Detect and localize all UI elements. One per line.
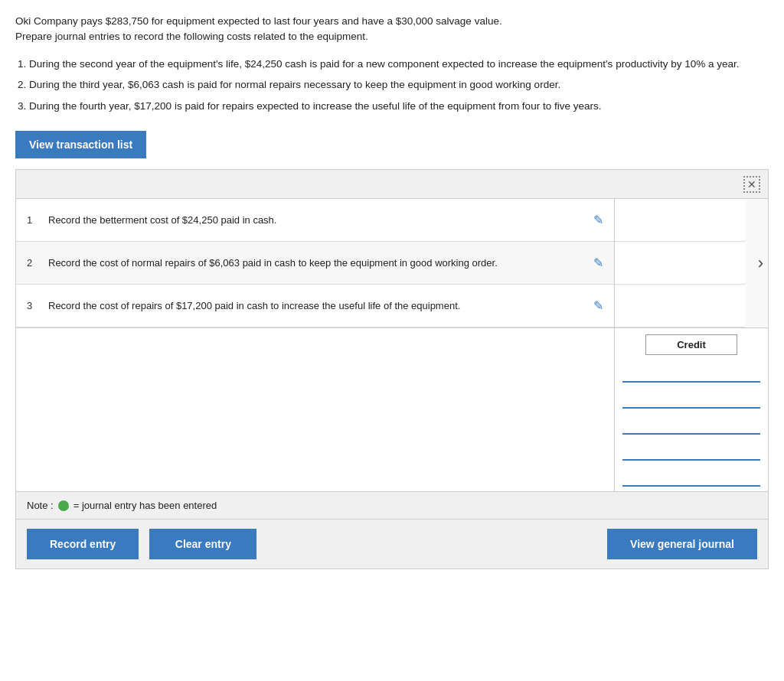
journal-right-panel: › <box>615 199 768 327</box>
row-number-3: 3 <box>27 300 41 311</box>
note-bar: Note : = journal entry has been entered <box>16 491 768 519</box>
row-number-2: 2 <box>27 257 41 269</box>
green-dot-icon <box>58 500 69 511</box>
credit-rows <box>615 361 768 487</box>
problem-item-2: During the third year, $6,063 cash is pa… <box>29 77 769 93</box>
view-general-journal-button[interactable]: View general journal <box>607 529 757 559</box>
right-cell-2 <box>615 242 745 285</box>
clear-entry-button[interactable]: Clear entry <box>149 529 256 559</box>
intro-line2: Prepare journal entries to record the fo… <box>15 31 368 42</box>
right-cell-3 <box>615 285 745 327</box>
edit-icon-3[interactable]: ✎ <box>593 298 603 313</box>
right-cells <box>615 199 768 327</box>
credit-row-1 <box>622 361 760 383</box>
chevron-right-icon: › <box>758 253 763 272</box>
credit-row-5 <box>622 465 760 487</box>
journal-top-bar: ✕ <box>16 170 768 199</box>
note-text: = journal entry has been entered <box>74 500 217 511</box>
transaction-text-3: Record the cost of repairs of $17,200 pa… <box>48 298 584 314</box>
table-row: 3 Record the cost of repairs of $17,200 … <box>16 285 614 327</box>
record-entry-button[interactable]: Record entry <box>27 529 139 559</box>
credit-row-2 <box>622 387 760 409</box>
table-row: 1 Record the betterment cost of $24,250 … <box>16 199 614 242</box>
problem-item-3: During the fourth year, $17,200 is paid … <box>29 98 769 115</box>
intro-line1: Oki Company pays $283,750 for equipment … <box>15 15 502 27</box>
transaction-text-2: Record the cost of normal repairs of $6,… <box>48 256 584 271</box>
right-cell-1 <box>615 199 745 242</box>
edit-icon-2[interactable]: ✎ <box>593 256 603 270</box>
journal-container: ✕ 1 Record the betterment cost of $24,25… <box>15 169 769 569</box>
row-number-1: 1 <box>27 214 41 226</box>
chevron-right-button[interactable]: › <box>753 250 768 276</box>
footer-buttons: Record entry Clear entry View general jo… <box>16 519 768 569</box>
view-transaction-button[interactable]: View transaction list <box>15 131 146 158</box>
journal-lower: Credit <box>16 327 768 491</box>
journal-main: 1 Record the betterment cost of $24,250 … <box>16 199 768 327</box>
transaction-text-1: Record the betterment cost of $24,250 pa… <box>48 213 584 228</box>
lower-left-panel <box>16 328 615 491</box>
edit-icon-1[interactable]: ✎ <box>593 213 603 227</box>
intro-paragraph: Oki Company pays $283,750 for equipment … <box>15 14 769 45</box>
close-icon[interactable]: ✕ <box>743 176 760 193</box>
problem-list: During the second year of the equipment'… <box>15 56 769 115</box>
credit-row-3 <box>622 413 760 435</box>
credit-header: Credit <box>645 334 737 355</box>
lower-right-panel: Credit <box>615 328 768 491</box>
transaction-list: 1 Record the betterment cost of $24,250 … <box>16 199 615 327</box>
table-row: 2 Record the cost of normal repairs of $… <box>16 242 614 285</box>
problem-item-1: During the second year of the equipment'… <box>29 56 769 73</box>
credit-row-4 <box>622 439 760 461</box>
note-label: Note : <box>27 500 54 511</box>
